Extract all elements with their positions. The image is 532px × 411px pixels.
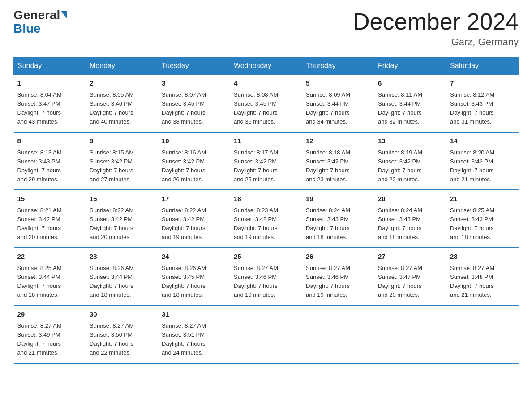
table-row: 19Sunrise: 8:24 AM Sunset: 3:43 PM Dayli… [302,190,374,248]
table-row: 8Sunrise: 8:13 AM Sunset: 3:43 PM Daylig… [14,132,86,190]
logo-arrow-icon [61,11,67,19]
table-row: 29Sunrise: 8:27 AM Sunset: 3:49 PM Dayli… [14,305,86,363]
table-row [446,305,519,363]
header-saturday: Saturday [446,57,519,75]
day-info: Sunrise: 8:20 AM Sunset: 3:42 PM Dayligh… [450,148,515,184]
day-info: Sunrise: 8:04 AM Sunset: 3:47 PM Dayligh… [17,90,82,127]
day-number: 30 [90,309,154,320]
day-number: 18 [234,194,298,204]
calendar-table: Sunday Monday Tuesday Wednesday Thursday… [13,57,519,364]
day-number: 28 [450,252,515,262]
day-number: 9 [90,136,154,146]
day-number: 25 [234,252,298,262]
calendar-week-row: 29Sunrise: 8:27 AM Sunset: 3:49 PM Dayli… [14,305,519,363]
calendar-week-row: 1Sunrise: 8:04 AM Sunset: 3:47 PM Daylig… [14,75,519,133]
table-row: 12Sunrise: 8:18 AM Sunset: 3:42 PM Dayli… [302,132,374,190]
table-row: 24Sunrise: 8:26 AM Sunset: 3:45 PM Dayli… [158,248,230,305]
day-info: Sunrise: 8:22 AM Sunset: 3:42 PM Dayligh… [90,206,154,242]
day-info: Sunrise: 8:24 AM Sunset: 3:43 PM Dayligh… [378,206,442,242]
day-number: 15 [17,194,82,204]
day-number: 10 [162,136,226,146]
day-info: Sunrise: 8:09 AM Sunset: 3:44 PM Dayligh… [306,90,370,127]
day-number: 3 [162,78,226,89]
day-number: 13 [378,136,442,146]
day-number: 12 [306,136,370,146]
day-number: 27 [378,252,442,262]
day-info: Sunrise: 8:18 AM Sunset: 3:42 PM Dayligh… [306,148,370,184]
day-info: Sunrise: 8:25 AM Sunset: 3:43 PM Dayligh… [450,206,515,242]
day-info: Sunrise: 8:27 AM Sunset: 3:49 PM Dayligh… [17,321,82,358]
header-monday: Monday [86,57,158,75]
table-row: 4Sunrise: 8:08 AM Sunset: 3:45 PM Daylig… [230,75,302,133]
page-header: General Blue December 2024 Garz, Germany [13,9,519,48]
day-info: Sunrise: 8:11 AM Sunset: 3:44 PM Dayligh… [378,90,442,127]
day-info: Sunrise: 8:12 AM Sunset: 3:43 PM Dayligh… [450,90,515,127]
day-number: 29 [17,309,82,320]
table-row: 13Sunrise: 8:19 AM Sunset: 3:42 PM Dayli… [374,132,446,190]
table-row: 22Sunrise: 8:25 AM Sunset: 3:44 PM Dayli… [14,248,86,305]
day-info: Sunrise: 8:19 AM Sunset: 3:42 PM Dayligh… [378,148,442,184]
day-info: Sunrise: 8:13 AM Sunset: 3:43 PM Dayligh… [17,148,82,184]
day-info: Sunrise: 8:08 AM Sunset: 3:45 PM Dayligh… [234,90,298,127]
day-number: 22 [17,252,82,262]
table-row: 5Sunrise: 8:09 AM Sunset: 3:44 PM Daylig… [302,75,374,133]
day-info: Sunrise: 8:27 AM Sunset: 3:47 PM Dayligh… [378,264,442,300]
table-row: 6Sunrise: 8:11 AM Sunset: 3:44 PM Daylig… [374,75,446,133]
table-row: 16Sunrise: 8:22 AM Sunset: 3:42 PM Dayli… [86,190,158,248]
day-number: 11 [234,136,298,146]
day-number: 8 [17,136,82,146]
day-info: Sunrise: 8:23 AM Sunset: 3:42 PM Dayligh… [234,206,298,242]
day-info: Sunrise: 8:27 AM Sunset: 3:46 PM Dayligh… [306,264,370,300]
table-row: 7Sunrise: 8:12 AM Sunset: 3:43 PM Daylig… [446,75,519,133]
header-thursday: Thursday [302,57,374,75]
table-row: 20Sunrise: 8:24 AM Sunset: 3:43 PM Dayli… [374,190,446,248]
calendar-header-row: Sunday Monday Tuesday Wednesday Thursday… [14,57,519,75]
day-info: Sunrise: 8:27 AM Sunset: 3:48 PM Dayligh… [450,264,515,300]
day-info: Sunrise: 8:15 AM Sunset: 3:42 PM Dayligh… [90,148,154,184]
table-row: 28Sunrise: 8:27 AM Sunset: 3:48 PM Dayli… [446,248,519,305]
calendar-week-row: 8Sunrise: 8:13 AM Sunset: 3:43 PM Daylig… [14,132,519,190]
day-info: Sunrise: 8:27 AM Sunset: 3:51 PM Dayligh… [162,321,226,358]
table-row: 27Sunrise: 8:27 AM Sunset: 3:47 PM Dayli… [374,248,446,305]
day-number: 16 [90,194,154,204]
day-info: Sunrise: 8:26 AM Sunset: 3:44 PM Dayligh… [90,264,154,300]
table-row: 17Sunrise: 8:22 AM Sunset: 3:42 PM Dayli… [158,190,230,248]
day-number: 19 [306,194,370,204]
day-number: 7 [450,78,515,89]
header-friday: Friday [374,57,446,75]
day-info: Sunrise: 8:22 AM Sunset: 3:42 PM Dayligh… [162,206,226,242]
day-number: 26 [306,252,370,262]
month-title: December 2024 [353,9,519,34]
day-number: 2 [90,78,154,89]
table-row: 23Sunrise: 8:26 AM Sunset: 3:44 PM Dayli… [86,248,158,305]
table-row: 14Sunrise: 8:20 AM Sunset: 3:42 PM Dayli… [446,132,519,190]
table-row: 25Sunrise: 8:27 AM Sunset: 3:46 PM Dayli… [230,248,302,305]
day-number: 6 [378,78,442,89]
day-info: Sunrise: 8:26 AM Sunset: 3:45 PM Dayligh… [162,264,226,300]
table-row: 11Sunrise: 8:17 AM Sunset: 3:42 PM Dayli… [230,132,302,190]
day-number: 21 [450,194,515,204]
day-number: 5 [306,78,370,89]
table-row: 18Sunrise: 8:23 AM Sunset: 3:42 PM Dayli… [230,190,302,248]
table-row: 10Sunrise: 8:16 AM Sunset: 3:42 PM Dayli… [158,132,230,190]
title-section: December 2024 Garz, Germany [353,9,519,48]
logo-blue-text: Blue [13,22,41,35]
table-row: 2Sunrise: 8:05 AM Sunset: 3:46 PM Daylig… [86,75,158,133]
day-info: Sunrise: 8:25 AM Sunset: 3:44 PM Dayligh… [17,264,82,300]
header-sunday: Sunday [14,57,86,75]
day-info: Sunrise: 8:05 AM Sunset: 3:46 PM Dayligh… [90,90,154,127]
table-row: 31Sunrise: 8:27 AM Sunset: 3:51 PM Dayli… [158,305,230,363]
day-number: 23 [90,252,154,262]
day-number: 17 [162,194,226,204]
day-info: Sunrise: 8:27 AM Sunset: 3:46 PM Dayligh… [234,264,298,300]
header-tuesday: Tuesday [158,57,230,75]
logo: General Blue [13,9,67,35]
header-wednesday: Wednesday [230,57,302,75]
day-info: Sunrise: 8:24 AM Sunset: 3:43 PM Dayligh… [306,206,370,242]
day-info: Sunrise: 8:27 AM Sunset: 3:50 PM Dayligh… [90,321,154,358]
day-number: 31 [162,309,226,320]
day-info: Sunrise: 8:16 AM Sunset: 3:42 PM Dayligh… [162,148,226,184]
location: Garz, Germany [353,36,519,48]
table-row: 21Sunrise: 8:25 AM Sunset: 3:43 PM Dayli… [446,190,519,248]
logo-general-text: General [13,9,60,21]
